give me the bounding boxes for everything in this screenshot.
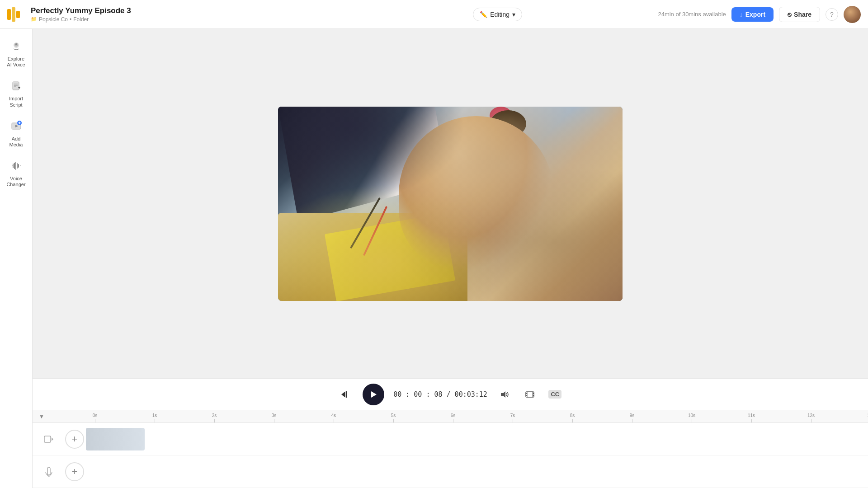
- ruler-mark: 11s: [722, 413, 781, 422]
- project-title-input[interactable]: [31, 6, 139, 15]
- header-right: 24min of 30mins available ↓ Export ⎋ Sha…: [658, 6, 861, 23]
- film-button[interactable]: [522, 386, 538, 403]
- svg-rect-23: [346, 391, 347, 398]
- playback-bar: 00 : 00 : 08 / 00:03:12: [33, 378, 868, 410]
- cc-label: CC: [548, 390, 561, 399]
- app-logo: [7, 6, 24, 23]
- ruler-mark: 0s: [65, 413, 125, 422]
- ruler-mark: 1s: [125, 413, 184, 422]
- scene-overlay: [278, 107, 623, 301]
- breadcrumb-folder-icon: 📁: [31, 16, 37, 22]
- breadcrumb: 📁 Popsicle Co • Folder: [31, 16, 337, 23]
- voice-changer-label: VoiceChanger: [6, 176, 25, 188]
- svg-point-5: [15, 43, 17, 45]
- avatar-image: [844, 6, 861, 23]
- app-header: 📁 Popsicle Co • Folder ✏️ Editing ▾ 24mi…: [0, 0, 868, 29]
- ruler-mark: 4s: [304, 413, 363, 422]
- svg-rect-27: [526, 393, 527, 394]
- video-preview[interactable]: [278, 107, 623, 301]
- svg-rect-2: [16, 11, 20, 18]
- video-track-add-button[interactable]: +: [65, 430, 84, 449]
- ruler-mark-label: 8s: [570, 413, 575, 418]
- ruler-mark-line: [274, 419, 274, 422]
- svg-rect-29: [533, 393, 534, 394]
- ruler-mark-line: [692, 419, 692, 422]
- svg-rect-30: [533, 395, 534, 396]
- header-center: ✏️ Editing ▾: [344, 8, 651, 21]
- video-track-icon: [33, 434, 65, 445]
- export-button[interactable]: ↓ Export: [731, 7, 774, 22]
- audio-track-row: +: [33, 455, 868, 488]
- share-button[interactable]: ⎋ Share: [779, 7, 820, 22]
- share-icon: ⎋: [788, 11, 791, 18]
- sidebar-item-add-media[interactable]: Add Media: [3, 116, 30, 152]
- ruler-mark: 10s: [662, 413, 722, 422]
- video-track-content: [84, 423, 868, 455]
- editing-label: Editing: [490, 11, 509, 18]
- title-block: 📁 Popsicle Co • Folder: [31, 6, 337, 23]
- ruler-mark-label: 0s: [93, 413, 98, 418]
- chevron-down-icon: ▾: [512, 11, 515, 18]
- explore-ai-voice-icon: [11, 41, 22, 54]
- ruler-mark-line: [513, 419, 513, 422]
- play-button[interactable]: [363, 384, 384, 405]
- cc-button[interactable]: CC: [547, 386, 563, 403]
- audio-track-add-button[interactable]: +: [65, 462, 84, 481]
- ruler-mark-label: 11s: [748, 413, 755, 418]
- svg-rect-1: [12, 7, 15, 22]
- video-clip[interactable]: [86, 428, 145, 450]
- ruler-mark-label: 10s: [688, 413, 695, 418]
- timeline-collapse-button[interactable]: ▼: [37, 412, 46, 421]
- rewind-button[interactable]: [337, 386, 354, 403]
- user-avatar[interactable]: [844, 6, 861, 23]
- ruler-mark-line: [751, 419, 752, 422]
- svg-marker-24: [371, 391, 377, 398]
- import-script-label: ImportScript: [9, 96, 23, 108]
- video-preview-container: [33, 29, 868, 378]
- ruler-mark: 9s: [602, 413, 662, 422]
- pencil-icon: ✏️: [480, 11, 487, 18]
- ruler-mark-line: [334, 419, 334, 422]
- ruler-mark-line: [155, 419, 155, 422]
- ruler-mark-label: 3s: [272, 413, 277, 418]
- ruler-mark-label: 5s: [391, 413, 396, 418]
- video-scene: [278, 107, 623, 301]
- volume-button[interactable]: [496, 386, 513, 403]
- ruler-mark-label: 7s: [510, 413, 515, 418]
- ruler-mark: 12s: [781, 413, 841, 422]
- ruler-mark-label: 6s: [451, 413, 456, 418]
- sidebar-item-voice-changer[interactable]: VoiceChanger: [3, 156, 30, 192]
- editing-mode-badge[interactable]: ✏️ Editing ▾: [473, 8, 522, 21]
- help-button[interactable]: ?: [826, 8, 838, 21]
- breadcrumb-company[interactable]: Popsicle Co: [39, 16, 68, 23]
- explore-ai-voice-label: ExploreAI Voice: [7, 56, 25, 68]
- help-label: ?: [830, 11, 834, 18]
- voice-changer-icon: [11, 160, 22, 174]
- add-media-label: Add Media: [6, 136, 26, 148]
- project-title: [31, 6, 337, 15]
- ruler-mark-label: 1s: [152, 413, 157, 418]
- add-media-icon: [11, 121, 22, 134]
- sidebar-item-explore-ai-voice[interactable]: ExploreAI Voice: [3, 36, 30, 72]
- audio-track-add-icon: +: [72, 466, 78, 478]
- svg-rect-6: [13, 82, 19, 90]
- ruler-mark-label: 4s: [331, 413, 336, 418]
- ruler-mark-line: [214, 419, 215, 422]
- svg-marker-22: [341, 391, 345, 398]
- svg-marker-34: [52, 437, 53, 441]
- ruler-mark-line: [572, 419, 573, 422]
- ruler-mark: 3s: [244, 413, 304, 422]
- sidebar-item-import-script[interactable]: ImportScript: [3, 76, 30, 112]
- ruler-mark-line: [811, 419, 811, 422]
- timeline-section: ▼ 0s1s2s3s4s5s6s7s8s9s10s11s12s13s: [33, 410, 868, 488]
- ruler-mark: 13s: [841, 413, 868, 422]
- sidebar: ExploreAI Voice ImportScript: [0, 29, 33, 488]
- ruler-marks: 0s1s2s3s4s5s6s7s8s9s10s11s12s13s: [65, 410, 868, 422]
- ruler-mark: 6s: [423, 413, 483, 422]
- svg-rect-0: [7, 9, 11, 20]
- timeline-ruler: ▼ 0s1s2s3s4s5s6s7s8s9s10s11s12s13s: [33, 410, 868, 423]
- svg-rect-33: [44, 436, 51, 442]
- ruler-mark: 7s: [483, 413, 542, 422]
- share-label: Share: [794, 11, 811, 18]
- breadcrumb-folder-label[interactable]: Folder: [73, 16, 89, 23]
